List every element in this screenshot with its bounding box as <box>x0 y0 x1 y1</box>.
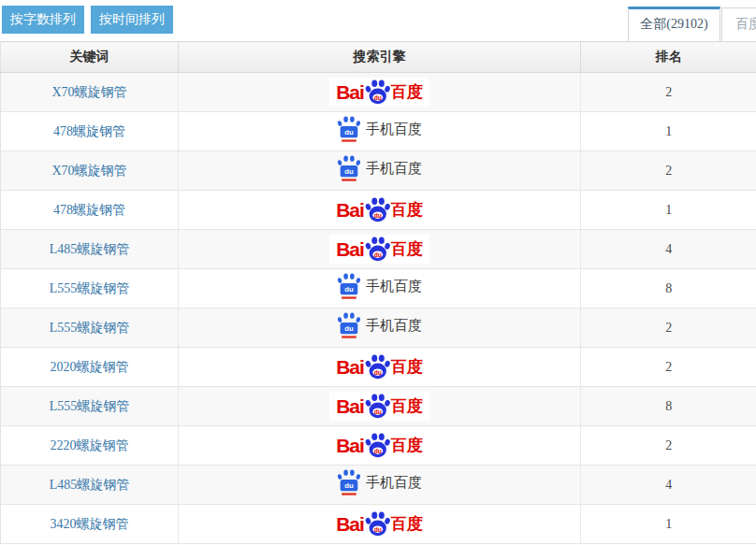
svg-text:du: du <box>344 128 354 136</box>
svg-text:du: du <box>344 481 354 490</box>
keyword-link[interactable]: 2220螺旋钢管 <box>51 438 129 452</box>
svg-text:du: du <box>373 526 381 533</box>
ranking-table-body: X70螺旋钢管 Bai du 百度 2478螺旋钢管 du <box>1 73 756 544</box>
baidu-logo-cn-text: 百度 <box>391 81 423 103</box>
baidu-mobile-logo: du 手机百度 <box>337 273 422 300</box>
baidu-logo-bai-text: Bai <box>336 199 364 222</box>
baidu-pc-logo: Bai du 百度 <box>329 431 429 460</box>
engine-cell: du 手机百度 <box>179 308 581 348</box>
keyword-link[interactable]: 478螺旋钢管 <box>53 124 125 138</box>
svg-text:du: du <box>373 409 381 415</box>
svg-text:du: du <box>373 94 381 101</box>
baidu-pc-logo: Bai du 百度 <box>329 195 429 224</box>
baidu-pc-logo: Bai du 百度 <box>329 352 429 381</box>
engine-cell: du 手机百度 <box>179 466 581 505</box>
baidu-logo-cn-text: 百度 <box>391 513 423 535</box>
keyword-link[interactable]: 2020螺旋钢管 <box>51 360 129 374</box>
baidu-logo-bai-text: Bai <box>336 513 364 536</box>
header-keyword: 关键词 <box>1 42 179 73</box>
baidu-mobile-logo: du 手机百度 <box>337 155 422 182</box>
engine-cell: du 手机百度 <box>179 269 581 308</box>
baidu-mobile-paw-icon: du <box>337 116 361 143</box>
baidu-pc-logo: Bai du 百度 <box>329 392 429 421</box>
svg-text:du: du <box>373 369 381 376</box>
rank-value: 4 <box>581 230 756 269</box>
top-toolbar: 按字数排列 按时间排列 全部(29102) 百度 <box>0 0 756 41</box>
keyword-link[interactable]: L485螺旋钢管 <box>50 242 130 256</box>
keyword-link[interactable]: L555螺旋钢管 <box>50 281 130 295</box>
engine-cell: Bai du 百度 <box>179 505 581 544</box>
keyword-link[interactable]: L555螺旋钢管 <box>50 321 130 335</box>
baidu-paw-icon: du <box>365 354 390 380</box>
baidu-logo-cn-text: 百度 <box>391 356 423 378</box>
rank-value: 2 <box>581 348 756 387</box>
engine-cell: Bai du 百度 <box>179 230 581 269</box>
baidu-logo-bai-text: Bai <box>336 81 364 104</box>
baidu-pc-logo: Bai du 百度 <box>329 235 429 264</box>
table-row: 2220螺旋钢管 Bai du 百度 2 <box>1 426 756 466</box>
engine-cell: Bai du 百度 <box>179 73 581 112</box>
baidu-mobile-logo: du 手机百度 <box>337 312 422 339</box>
rank-value: 1 <box>581 112 756 151</box>
keyword-link[interactable]: L485螺旋钢管 <box>50 478 130 492</box>
table-row: X70螺旋钢管 du 手机百度 2 <box>1 151 756 191</box>
engine-cell: Bai du 百度 <box>179 426 581 466</box>
table-row: L555螺旋钢管 du 手机百度 8 <box>1 269 756 308</box>
rank-value: 4 <box>581 466 756 505</box>
baidu-mobile-label: 手机百度 <box>366 474 422 492</box>
rank-value: 8 <box>581 269 756 308</box>
rank-value: 2 <box>581 151 756 191</box>
keyword-link[interactable]: L555螺旋钢管 <box>50 399 130 413</box>
table-row: 478螺旋钢管 Bai du 百度 1 <box>1 191 756 230</box>
baidu-logo-bai-text: Bai <box>336 395 364 418</box>
baidu-mobile-label: 手机百度 <box>366 317 422 335</box>
keyword-link[interactable]: 3420螺旋钢管 <box>51 517 129 531</box>
table-row: 2020螺旋钢管 Bai du 百度 2 <box>1 348 756 387</box>
table-row: L555螺旋钢管 du 手机百度 2 <box>1 308 756 348</box>
baidu-mobile-paw-icon: du <box>337 469 361 496</box>
rank-value: 1 <box>581 191 756 230</box>
baidu-mobile-logo: du 手机百度 <box>337 116 422 143</box>
table-row: L485螺旋钢管 Bai du 百度 4 <box>1 230 756 269</box>
baidu-logo-bai-text: Bai <box>336 238 364 261</box>
table-row: L485螺旋钢管 du 手机百度 4 <box>1 466 756 505</box>
baidu-mobile-logo: du 手机百度 <box>337 469 422 496</box>
baidu-mobile-paw-icon: du <box>337 312 361 339</box>
header-search-engine: 搜索引擎 <box>179 42 581 73</box>
keyword-link[interactable]: X70螺旋钢管 <box>51 85 126 99</box>
baidu-pc-logo: Bai du 百度 <box>329 78 429 107</box>
baidu-logo-cn-text: 百度 <box>391 395 423 417</box>
tab-baidu[interactable]: 百度 <box>721 7 756 41</box>
engine-cell: Bai du 百度 <box>179 191 581 230</box>
baidu-mobile-paw-icon: du <box>337 155 361 182</box>
rank-value: 8 <box>581 387 756 426</box>
baidu-paw-icon: du <box>365 511 390 537</box>
baidu-logo-cn-text: 百度 <box>391 435 423 456</box>
engine-cell: Bai du 百度 <box>179 387 581 426</box>
baidu-mobile-label: 手机百度 <box>366 160 422 178</box>
table-row: X70螺旋钢管 Bai du 百度 2 <box>1 73 756 112</box>
baidu-paw-icon: du <box>365 237 390 262</box>
header-rank: 排名 <box>581 42 756 73</box>
table-row: 3420螺旋钢管 Bai du 百度 1 <box>1 505 756 544</box>
baidu-paw-icon: du <box>365 197 390 222</box>
table-row: L555螺旋钢管 Bai du 百度 8 <box>1 387 756 426</box>
svg-text:du: du <box>344 324 354 333</box>
svg-text:du: du <box>373 212 381 219</box>
svg-text:du: du <box>344 285 354 294</box>
svg-text:du: du <box>373 251 381 258</box>
keyword-link[interactable]: X70螺旋钢管 <box>51 164 126 178</box>
keyword-link[interactable]: 478螺旋钢管 <box>53 203 125 217</box>
svg-text:du: du <box>344 167 354 176</box>
keyword-ranking-table: 关键词 搜索引擎 排名 X70螺旋钢管 Bai du 百度 2478螺旋钢管 <box>0 41 756 544</box>
svg-text:du: du <box>373 448 381 454</box>
baidu-paw-icon: du <box>365 433 390 458</box>
baidu-logo-bai-text: Bai <box>336 435 364 457</box>
engine-cell: du 手机百度 <box>179 151 581 191</box>
rank-value: 2 <box>581 426 756 466</box>
baidu-logo-cn-text: 百度 <box>391 238 423 260</box>
sort-by-time-button[interactable]: 按时间排列 <box>91 6 173 34</box>
tab-all[interactable]: 全部(29102) <box>628 7 720 41</box>
baidu-mobile-label: 手机百度 <box>366 121 422 138</box>
sort-by-wordcount-button[interactable]: 按字数排列 <box>2 6 84 34</box>
